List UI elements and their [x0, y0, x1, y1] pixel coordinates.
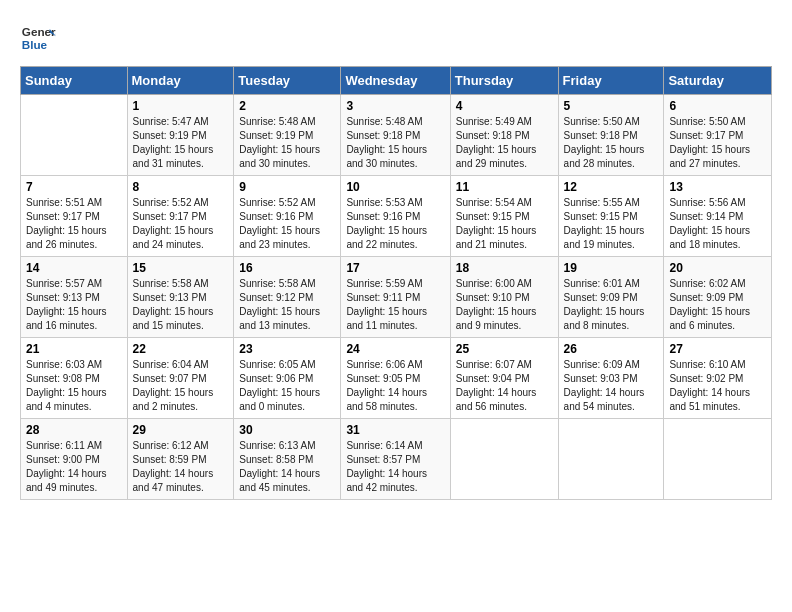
day-info: Sunrise: 5:49 AM Sunset: 9:18 PM Dayligh…: [456, 115, 553, 171]
day-info: Sunrise: 5:48 AM Sunset: 9:19 PM Dayligh…: [239, 115, 335, 171]
day-number: 29: [133, 423, 229, 437]
day-number: 14: [26, 261, 122, 275]
calendar-cell: [558, 419, 664, 500]
day-number: 27: [669, 342, 766, 356]
header-day-monday: Monday: [127, 67, 234, 95]
calendar-cell: 3Sunrise: 5:48 AM Sunset: 9:18 PM Daylig…: [341, 95, 450, 176]
day-info: Sunrise: 6:09 AM Sunset: 9:03 PM Dayligh…: [564, 358, 659, 414]
day-number: 1: [133, 99, 229, 113]
header-day-sunday: Sunday: [21, 67, 128, 95]
calendar-cell: 17Sunrise: 5:59 AM Sunset: 9:11 PM Dayli…: [341, 257, 450, 338]
calendar-cell: 1Sunrise: 5:47 AM Sunset: 9:19 PM Daylig…: [127, 95, 234, 176]
calendar-cell: 12Sunrise: 5:55 AM Sunset: 9:15 PM Dayli…: [558, 176, 664, 257]
calendar-cell: 19Sunrise: 6:01 AM Sunset: 9:09 PM Dayli…: [558, 257, 664, 338]
calendar-cell: 2Sunrise: 5:48 AM Sunset: 9:19 PM Daylig…: [234, 95, 341, 176]
day-info: Sunrise: 5:52 AM Sunset: 9:17 PM Dayligh…: [133, 196, 229, 252]
day-info: Sunrise: 5:55 AM Sunset: 9:15 PM Dayligh…: [564, 196, 659, 252]
day-number: 6: [669, 99, 766, 113]
calendar-cell: 9Sunrise: 5:52 AM Sunset: 9:16 PM Daylig…: [234, 176, 341, 257]
day-info: Sunrise: 5:51 AM Sunset: 9:17 PM Dayligh…: [26, 196, 122, 252]
calendar-header: SundayMondayTuesdayWednesdayThursdayFrid…: [21, 67, 772, 95]
calendar-cell: [450, 419, 558, 500]
calendar-cell: 31Sunrise: 6:14 AM Sunset: 8:57 PM Dayli…: [341, 419, 450, 500]
calendar-cell: 26Sunrise: 6:09 AM Sunset: 9:03 PM Dayli…: [558, 338, 664, 419]
day-number: 9: [239, 180, 335, 194]
header-day-thursday: Thursday: [450, 67, 558, 95]
calendar-cell: 18Sunrise: 6:00 AM Sunset: 9:10 PM Dayli…: [450, 257, 558, 338]
day-info: Sunrise: 5:54 AM Sunset: 9:15 PM Dayligh…: [456, 196, 553, 252]
calendar-cell: 15Sunrise: 5:58 AM Sunset: 9:13 PM Dayli…: [127, 257, 234, 338]
calendar-cell: 30Sunrise: 6:13 AM Sunset: 8:58 PM Dayli…: [234, 419, 341, 500]
calendar-cell: 25Sunrise: 6:07 AM Sunset: 9:04 PM Dayli…: [450, 338, 558, 419]
calendar-cell: [21, 95, 128, 176]
day-number: 7: [26, 180, 122, 194]
day-info: Sunrise: 5:58 AM Sunset: 9:12 PM Dayligh…: [239, 277, 335, 333]
calendar-cell: 21Sunrise: 6:03 AM Sunset: 9:08 PM Dayli…: [21, 338, 128, 419]
header-day-tuesday: Tuesday: [234, 67, 341, 95]
day-number: 3: [346, 99, 444, 113]
day-number: 18: [456, 261, 553, 275]
day-number: 5: [564, 99, 659, 113]
day-info: Sunrise: 6:07 AM Sunset: 9:04 PM Dayligh…: [456, 358, 553, 414]
calendar-cell: 23Sunrise: 6:05 AM Sunset: 9:06 PM Dayli…: [234, 338, 341, 419]
day-info: Sunrise: 5:50 AM Sunset: 9:18 PM Dayligh…: [564, 115, 659, 171]
header-day-wednesday: Wednesday: [341, 67, 450, 95]
day-number: 21: [26, 342, 122, 356]
calendar-cell: 28Sunrise: 6:11 AM Sunset: 9:00 PM Dayli…: [21, 419, 128, 500]
day-info: Sunrise: 6:11 AM Sunset: 9:00 PM Dayligh…: [26, 439, 122, 495]
calendar-cell: 7Sunrise: 5:51 AM Sunset: 9:17 PM Daylig…: [21, 176, 128, 257]
day-number: 13: [669, 180, 766, 194]
day-number: 12: [564, 180, 659, 194]
day-number: 30: [239, 423, 335, 437]
calendar-cell: 13Sunrise: 5:56 AM Sunset: 9:14 PM Dayli…: [664, 176, 772, 257]
day-info: Sunrise: 6:01 AM Sunset: 9:09 PM Dayligh…: [564, 277, 659, 333]
day-info: Sunrise: 5:48 AM Sunset: 9:18 PM Dayligh…: [346, 115, 444, 171]
day-info: Sunrise: 6:03 AM Sunset: 9:08 PM Dayligh…: [26, 358, 122, 414]
day-info: Sunrise: 5:53 AM Sunset: 9:16 PM Dayligh…: [346, 196, 444, 252]
day-info: Sunrise: 6:05 AM Sunset: 9:06 PM Dayligh…: [239, 358, 335, 414]
day-number: 23: [239, 342, 335, 356]
calendar-cell: 5Sunrise: 5:50 AM Sunset: 9:18 PM Daylig…: [558, 95, 664, 176]
day-info: Sunrise: 6:04 AM Sunset: 9:07 PM Dayligh…: [133, 358, 229, 414]
day-number: 28: [26, 423, 122, 437]
week-row-5: 28Sunrise: 6:11 AM Sunset: 9:00 PM Dayli…: [21, 419, 772, 500]
day-info: Sunrise: 6:13 AM Sunset: 8:58 PM Dayligh…: [239, 439, 335, 495]
day-info: Sunrise: 5:56 AM Sunset: 9:14 PM Dayligh…: [669, 196, 766, 252]
day-info: Sunrise: 6:10 AM Sunset: 9:02 PM Dayligh…: [669, 358, 766, 414]
calendar-cell: 6Sunrise: 5:50 AM Sunset: 9:17 PM Daylig…: [664, 95, 772, 176]
day-number: 15: [133, 261, 229, 275]
day-info: Sunrise: 5:50 AM Sunset: 9:17 PM Dayligh…: [669, 115, 766, 171]
day-info: Sunrise: 5:52 AM Sunset: 9:16 PM Dayligh…: [239, 196, 335, 252]
day-number: 25: [456, 342, 553, 356]
svg-text:Blue: Blue: [22, 38, 48, 51]
day-number: 19: [564, 261, 659, 275]
day-number: 22: [133, 342, 229, 356]
day-number: 20: [669, 261, 766, 275]
logo: General Blue: [20, 20, 60, 56]
day-number: 11: [456, 180, 553, 194]
day-info: Sunrise: 5:57 AM Sunset: 9:13 PM Dayligh…: [26, 277, 122, 333]
calendar-cell: 10Sunrise: 5:53 AM Sunset: 9:16 PM Dayli…: [341, 176, 450, 257]
calendar-cell: 27Sunrise: 6:10 AM Sunset: 9:02 PM Dayli…: [664, 338, 772, 419]
day-number: 16: [239, 261, 335, 275]
calendar-cell: 8Sunrise: 5:52 AM Sunset: 9:17 PM Daylig…: [127, 176, 234, 257]
week-row-3: 14Sunrise: 5:57 AM Sunset: 9:13 PM Dayli…: [21, 257, 772, 338]
day-info: Sunrise: 6:00 AM Sunset: 9:10 PM Dayligh…: [456, 277, 553, 333]
day-number: 26: [564, 342, 659, 356]
calendar-cell: 29Sunrise: 6:12 AM Sunset: 8:59 PM Dayli…: [127, 419, 234, 500]
day-number: 31: [346, 423, 444, 437]
day-info: Sunrise: 6:14 AM Sunset: 8:57 PM Dayligh…: [346, 439, 444, 495]
calendar-cell: [664, 419, 772, 500]
logo-icon: General Blue: [20, 20, 56, 56]
day-number: 8: [133, 180, 229, 194]
calendar-cell: 11Sunrise: 5:54 AM Sunset: 9:15 PM Dayli…: [450, 176, 558, 257]
day-info: Sunrise: 6:02 AM Sunset: 9:09 PM Dayligh…: [669, 277, 766, 333]
header-row: SundayMondayTuesdayWednesdayThursdayFrid…: [21, 67, 772, 95]
day-info: Sunrise: 6:12 AM Sunset: 8:59 PM Dayligh…: [133, 439, 229, 495]
day-number: 4: [456, 99, 553, 113]
calendar-cell: 4Sunrise: 5:49 AM Sunset: 9:18 PM Daylig…: [450, 95, 558, 176]
day-info: Sunrise: 5:59 AM Sunset: 9:11 PM Dayligh…: [346, 277, 444, 333]
day-number: 17: [346, 261, 444, 275]
day-info: Sunrise: 5:58 AM Sunset: 9:13 PM Dayligh…: [133, 277, 229, 333]
day-info: Sunrise: 5:47 AM Sunset: 9:19 PM Dayligh…: [133, 115, 229, 171]
